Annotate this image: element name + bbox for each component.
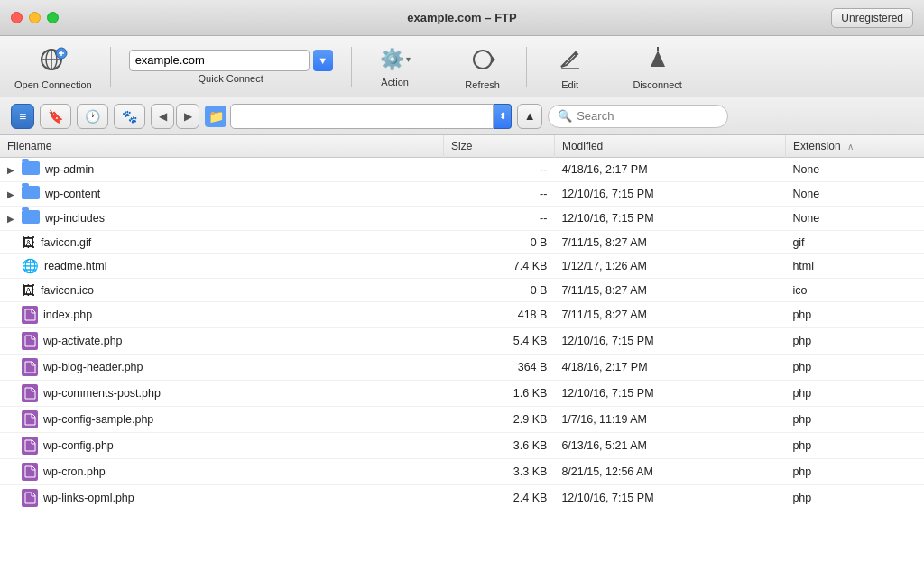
- action-label: Action: [381, 77, 409, 87]
- maximize-button[interactable]: [47, 12, 59, 23]
- action-chevron-icon: ▾: [406, 54, 411, 64]
- cell-modified: 12/10/16, 7:15 PM: [554, 381, 785, 407]
- table-row[interactable]: wp-config-sample.php 2.9 KB 1/7/16, 11:1…: [0, 407, 924, 433]
- up-icon: ▲: [524, 109, 536, 123]
- file-name: wp-config.php: [43, 439, 114, 452]
- table-row[interactable]: ▶ wp-includes -- 12/10/16, 7:15 PM None: [0, 207, 924, 231]
- cell-size: 0 B: [444, 279, 555, 302]
- action-button[interactable]: ⚙️ ▾ Action: [370, 46, 420, 87]
- cell-filename: ▶ wp-includes: [0, 207, 444, 231]
- table-row[interactable]: wp-blog-header.php 364 B 4/18/16, 2:17 P…: [0, 355, 924, 381]
- col-header-size[interactable]: Size: [444, 135, 555, 158]
- action-icon: ⚙️: [380, 48, 404, 71]
- php-file-icon: [22, 358, 38, 376]
- col-header-extension[interactable]: Extension ∧: [785, 135, 924, 158]
- refresh-icon: [467, 43, 499, 76]
- table-row[interactable]: wp-cron.php 3.3 KB 8/21/15, 12:56 AM php: [0, 459, 924, 485]
- ico-file-icon: 🖼: [22, 282, 35, 298]
- toolbar-separator-3: [439, 47, 439, 87]
- info-icon: 🐾: [122, 109, 137, 124]
- file-icon: [22, 489, 38, 507]
- cell-extension: None: [785, 182, 924, 207]
- refresh-button[interactable]: Refresh: [457, 43, 508, 90]
- svg-marker-9: [651, 51, 665, 67]
- search-box: 🔍: [548, 105, 728, 128]
- file-icon: 🖼: [22, 282, 35, 298]
- table-row[interactable]: 🖼 favicon.ico 0 B 7/11/15, 8:27 AM ico: [0, 279, 924, 302]
- file-name: readme.html: [44, 260, 106, 272]
- open-connection-button[interactable]: Open Connection: [14, 43, 92, 90]
- file-table-body: ▶ wp-admin -- 4/18/16, 2:17 PM None ▶ wp…: [0, 158, 924, 511]
- cell-extension: php: [785, 407, 924, 433]
- history-button[interactable]: 🕐: [77, 104, 108, 129]
- unregistered-button[interactable]: Unregistered: [831, 8, 913, 28]
- table-row[interactable]: ▶ wp-admin -- 4/18/16, 2:17 PM None: [0, 158, 924, 182]
- cell-extension: None: [785, 158, 924, 182]
- cell-extension: php: [785, 355, 924, 381]
- disconnect-button[interactable]: Disconnect: [633, 43, 683, 90]
- file-name: wp-blog-header.php: [43, 361, 143, 373]
- quick-connect-group: ▼ Quick Connect: [129, 50, 333, 84]
- file-table: Filename Size Modified Extension ∧: [0, 135, 924, 511]
- col-header-modified[interactable]: Modified: [554, 135, 785, 158]
- table-row[interactable]: ▶ wp-content -- 12/10/16, 7:15 PM None: [0, 182, 924, 207]
- cell-extension: php: [785, 433, 924, 459]
- cell-filename: index.php: [0, 302, 444, 328]
- cell-size: --: [444, 158, 555, 182]
- col-header-filename[interactable]: Filename: [0, 135, 444, 158]
- svg-marker-23: [25, 414, 35, 425]
- address-dropdown-button[interactable]: ▼: [313, 50, 333, 71]
- list-view-button[interactable]: ≡: [11, 104, 34, 129]
- nav-group: ◀ ▶: [151, 104, 199, 129]
- file-name: index.php: [43, 309, 92, 321]
- svg-marker-17: [25, 362, 35, 373]
- refresh-label: Refresh: [465, 79, 500, 90]
- search-input[interactable]: [577, 109, 718, 123]
- info-button[interactable]: 🐾: [114, 104, 145, 129]
- table-row[interactable]: wp-activate.php 5.4 KB 12/10/16, 7:15 PM…: [0, 328, 924, 355]
- cell-extension: php: [785, 459, 924, 485]
- folder-icon: [22, 210, 40, 224]
- no-arrow: [7, 336, 16, 346]
- path-input-group: 📁 ⬍: [205, 104, 512, 129]
- table-row[interactable]: wp-links-opml.php 2.4 KB 12/10/16, 7:15 …: [0, 485, 924, 511]
- file-name: wp-includes: [45, 212, 105, 225]
- cell-size: 3.3 KB: [444, 459, 555, 485]
- php-file-icon: [22, 306, 38, 324]
- table-row[interactable]: wp-config.php 3.6 KB 6/13/16, 5:21 AM ph…: [0, 433, 924, 459]
- minimize-button[interactable]: [29, 12, 41, 23]
- cell-extension: None: [785, 207, 924, 231]
- php-file-icon: [22, 489, 38, 507]
- cell-modified: 12/10/16, 7:15 PM: [554, 328, 785, 355]
- table-row[interactable]: wp-comments-post.php 1.6 KB 12/10/16, 7:…: [0, 381, 924, 407]
- table-row[interactable]: 🖼 favicon.gif 0 B 7/11/15, 8:27 AM gif: [0, 231, 924, 254]
- back-button[interactable]: ◀: [151, 104, 174, 129]
- cell-modified: 12/10/16, 7:15 PM: [554, 485, 785, 511]
- cell-filename: 🖼 favicon.ico: [0, 279, 444, 302]
- forward-button[interactable]: ▶: [176, 104, 199, 129]
- expand-arrow: ▶: [7, 214, 16, 224]
- table-row[interactable]: 🌐 readme.html 7.4 KB 1/12/17, 1:26 AM ht…: [0, 254, 924, 279]
- no-arrow: [7, 310, 16, 320]
- path-input[interactable]: [230, 104, 494, 129]
- edit-button[interactable]: Edit: [545, 43, 596, 90]
- close-button[interactable]: [11, 12, 23, 23]
- table-row[interactable]: index.php 418 B 7/11/15, 8:27 AM php: [0, 302, 924, 328]
- toolbar-separator: [110, 47, 111, 87]
- file-icon: [22, 358, 38, 376]
- action-btn-inner: ⚙️ ▾: [376, 46, 414, 73]
- address-input[interactable]: [129, 50, 310, 71]
- bookmark-button[interactable]: 🔖: [40, 104, 71, 129]
- path-spinner-button[interactable]: ⬍: [494, 104, 512, 129]
- cell-modified: 1/7/16, 11:19 AM: [554, 407, 785, 433]
- cell-extension: php: [785, 485, 924, 511]
- cell-size: 418 B: [444, 302, 555, 328]
- file-icon: [22, 410, 38, 428]
- no-arrow: [7, 237, 16, 247]
- html-file-icon: 🌐: [22, 258, 39, 273]
- php-file-icon: [22, 332, 38, 350]
- cell-modified: 7/11/15, 8:27 AM: [554, 231, 785, 254]
- cell-modified: 12/10/16, 7:15 PM: [554, 207, 785, 231]
- up-directory-button[interactable]: ▲: [517, 104, 542, 129]
- cell-size: 2.9 KB: [444, 407, 555, 433]
